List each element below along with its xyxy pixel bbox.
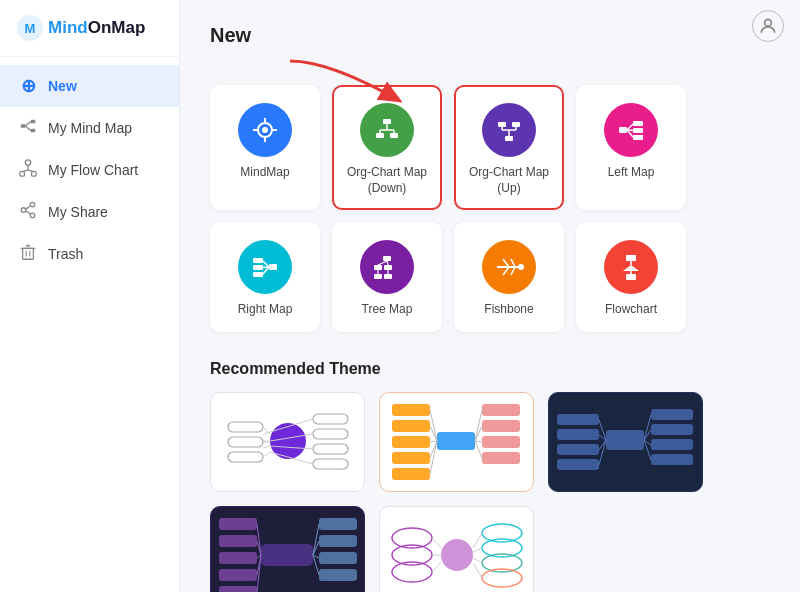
right-map-icon <box>238 240 292 294</box>
svg-rect-102 <box>392 468 430 480</box>
svg-point-13 <box>30 202 35 207</box>
svg-rect-2 <box>21 124 26 128</box>
svg-line-160 <box>432 538 441 548</box>
sidebar-item-my-flow-chart[interactable]: My Flow Chart <box>0 149 179 191</box>
svg-line-93 <box>263 446 270 448</box>
svg-rect-133 <box>261 544 313 566</box>
flow-chart-icon <box>18 159 38 181</box>
template-tree-map[interactable]: Tree Map <box>332 222 442 332</box>
flowchart-label: Flowchart <box>605 302 657 318</box>
template-org-chart-down[interactable]: Org-Chart Map(Down) <box>332 85 442 210</box>
svg-rect-76 <box>626 274 636 280</box>
svg-rect-100 <box>392 436 430 448</box>
template-grid: MindMap Org-Chart Map(Down) Org-Chart Ma… <box>210 85 770 332</box>
svg-rect-3 <box>31 120 36 124</box>
logo[interactable]: M MindOnMap <box>16 14 163 42</box>
sidebar-item-trash[interactable]: Trash <box>0 233 179 275</box>
sidebar-item-new[interactable]: ⊕ New <box>0 65 179 107</box>
svg-rect-53 <box>253 258 263 263</box>
svg-line-72 <box>511 267 515 275</box>
org-chart-up-label: Org-Chart Map (Up) <box>466 165 552 196</box>
logo-area: M MindOnMap <box>0 0 179 57</box>
svg-line-113 <box>475 426 482 441</box>
sidebar-item-new-label: New <box>48 78 77 94</box>
svg-rect-103 <box>482 404 520 416</box>
svg-rect-104 <box>482 420 520 432</box>
svg-line-162 <box>432 562 441 572</box>
svg-rect-138 <box>219 586 257 592</box>
svg-point-73 <box>518 264 524 270</box>
svg-line-108 <box>430 426 437 441</box>
theme-card-2[interactable] <box>379 392 534 492</box>
svg-rect-46 <box>633 121 643 126</box>
svg-point-14 <box>21 208 26 213</box>
svg-rect-84 <box>228 422 263 432</box>
svg-line-5 <box>25 122 30 127</box>
svg-line-96 <box>263 452 270 457</box>
svg-rect-40 <box>512 122 520 127</box>
svg-rect-119 <box>651 439 693 450</box>
svg-rect-8 <box>20 172 25 177</box>
svg-rect-32 <box>376 133 384 138</box>
svg-point-26 <box>262 127 268 133</box>
template-left-map[interactable]: Left Map <box>576 85 686 210</box>
svg-line-114 <box>475 441 482 442</box>
nav-items: ⊕ New My Mind Map My Flow Chart My Share <box>0 57 179 283</box>
mind-map-icon <box>18 117 38 139</box>
template-org-chart-up[interactable]: Org-Chart Map (Up) <box>454 85 564 210</box>
svg-line-109 <box>430 441 437 442</box>
svg-rect-81 <box>313 429 348 439</box>
svg-rect-33 <box>390 133 398 138</box>
svg-line-12 <box>28 170 33 172</box>
svg-line-164 <box>473 548 482 552</box>
svg-rect-122 <box>557 429 599 440</box>
sidebar-item-my-share[interactable]: My Share <box>0 191 179 233</box>
svg-line-115 <box>475 441 482 458</box>
svg-rect-139 <box>319 518 357 530</box>
recommended-title: Recommended Theme <box>210 360 770 378</box>
right-map-label: Right Map <box>238 302 293 318</box>
theme-card-4[interactable] <box>210 506 365 592</box>
svg-line-6 <box>25 126 30 131</box>
theme-card-5[interactable] <box>379 506 534 592</box>
left-map-label: Left Map <box>608 165 655 181</box>
svg-rect-60 <box>374 265 382 270</box>
svg-rect-97 <box>437 432 475 450</box>
svg-rect-74 <box>626 255 636 261</box>
theme-card-3[interactable] <box>548 392 703 492</box>
svg-point-152 <box>441 539 473 571</box>
plus-icon: ⊕ <box>18 75 38 97</box>
svg-rect-47 <box>633 128 643 133</box>
user-avatar[interactable] <box>752 10 784 42</box>
svg-line-70 <box>511 259 515 267</box>
sidebar-item-my-mind-map[interactable]: My Mind Map <box>0 107 179 149</box>
fishbone-icon <box>482 240 536 294</box>
svg-rect-83 <box>313 459 348 469</box>
logo-text: MindOnMap <box>48 18 145 38</box>
template-flowchart[interactable]: Flowchart <box>576 222 686 332</box>
main-content: New MindMap Org-Chart Map(Down) <box>180 0 800 592</box>
svg-rect-86 <box>228 452 263 462</box>
svg-line-65 <box>387 261 388 265</box>
svg-rect-106 <box>482 452 520 464</box>
svg-point-7 <box>25 160 30 165</box>
svg-rect-120 <box>651 454 693 465</box>
template-right-map[interactable]: Right Map <box>210 222 320 332</box>
svg-rect-99 <box>392 420 430 432</box>
svg-line-69 <box>503 259 509 267</box>
svg-line-17 <box>26 211 31 214</box>
svg-rect-101 <box>392 452 430 464</box>
svg-rect-135 <box>219 535 257 547</box>
template-mindmap[interactable]: MindMap <box>210 85 320 210</box>
template-fishbone[interactable]: Fishbone <box>454 222 564 332</box>
svg-line-16 <box>26 206 31 209</box>
topbar <box>752 10 784 42</box>
svg-line-163 <box>473 533 482 548</box>
theme-grid <box>210 392 770 592</box>
svg-line-112 <box>475 410 482 441</box>
svg-rect-121 <box>557 414 599 425</box>
svg-rect-123 <box>557 444 599 455</box>
svg-line-64 <box>378 261 387 265</box>
theme-card-1[interactable] <box>210 392 365 492</box>
svg-rect-136 <box>219 552 257 564</box>
